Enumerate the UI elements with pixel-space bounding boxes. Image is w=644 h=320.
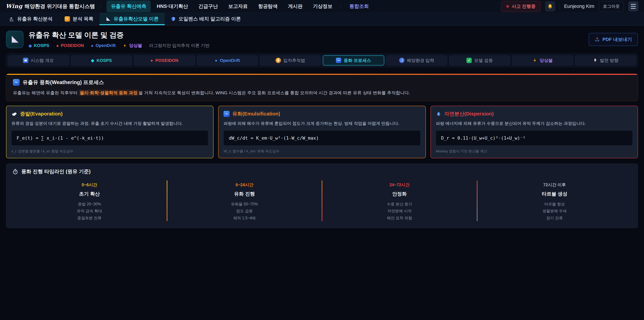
lightning-icon (533, 58, 537, 63)
menu-item-board[interactable]: 게시판 (284, 1, 307, 12)
incident-status-label: 사고 진행중 (512, 3, 536, 10)
pdf-export-label: PDF 내보내기 (602, 36, 632, 43)
model-badges: ◆ KOSPS ● POSEIDON ● OpenDrift 앙상블 라그랑지안… (28, 43, 210, 49)
tab-analysis-list[interactable]: ≡ 분석 목록 (58, 13, 100, 25)
menu-item-integrated-search[interactable]: 통합조회 (345, 1, 373, 12)
timeline-phase-emulsification: 6~24시간 유화 진행 유화율 50~70% 점도 급증 체적 1.5~4배 (167, 179, 322, 222)
divider (100, 3, 101, 10)
badge-kosps: ◆ KOSPS (28, 43, 49, 48)
timeline-phase-initial-spread: 0~6시간 초기 확산 증발 20~30% 유막 급속 확대 중질유분 잔류 (12, 179, 167, 222)
phase-name: 유화 진행 (169, 191, 320, 197)
hamburger-menu-button[interactable] (628, 1, 638, 12)
menu-item-weather-info[interactable]: 기상정보 (308, 1, 337, 12)
diamond-icon: ◆ (28, 44, 32, 48)
brand-wordmark: Wing (6, 3, 22, 10)
formula-note: Mackay 경험식 기반 분산율 계산 (436, 149, 632, 154)
section-pill-future-direction[interactable]: 발전 방향 (575, 55, 636, 66)
card-description: 유류의 경질 성분이 대기로 증발하는 과정. 유출 초기 수시간 내에 가장 … (12, 121, 208, 126)
section-pill-model-validation[interactable]: ✓ 모델 검증 (449, 55, 510, 66)
divider (341, 3, 341, 10)
microscope-icon (9, 16, 14, 22)
formula-dispersion: D_r = 0.11·(U_w+U_c)²·(1+U_w)⁻¹ (436, 131, 632, 145)
diamond-icon: ◆ (91, 58, 94, 63)
card-title: 자연분산(Dispersion) (436, 110, 632, 117)
timeline-columns: 0~6시간 초기 확산 증발 20~30% 유막 급속 확대 중질유분 잔류 6… (12, 179, 632, 222)
tab-label: 분석 목록 (72, 16, 94, 22)
tab-label: 오일펜스 배치 알고리즘 이론 (178, 16, 241, 22)
phase-items: 타르볼 형성 생물분해 우세 장기 잔류 (479, 201, 630, 221)
incident-status-badge[interactable]: 사고 진행중 (501, 1, 541, 12)
monitor-icon (23, 58, 28, 63)
wave-icon: ~ (336, 58, 341, 63)
phase-items: 증발 20~30% 유막 급속 확대 중질유분 잔류 (14, 201, 165, 221)
puff-icon (12, 111, 18, 117)
formula-note: x_i: 성분별 몰분율 / k_ei: 증발 속도상수 (12, 149, 208, 154)
section-pill-ensemble[interactable]: 앙상블 (512, 55, 573, 66)
tab-label: 유출유 확산분석 (17, 16, 52, 22)
section-pill-system-overview[interactable]: 시스템 개요 (8, 55, 69, 66)
weathering-section-title: ~ 유출유 풍화(Weathering) 프로세스 (13, 79, 631, 86)
tab-diffusion-model-theory[interactable]: 유출유확산모델 이론 (100, 13, 165, 25)
notifications-button[interactable] (545, 1, 555, 12)
blue-circle-icon: ● (215, 58, 218, 63)
section-nav: 시스템 개요 ◆ KOSPS ● POSEIDON ● OpenDrift 입자… (6, 54, 638, 67)
droplet-icon (436, 111, 442, 117)
red-circle-icon: ● (56, 44, 59, 48)
wave-icon: ~ (224, 111, 230, 117)
pdf-export-button[interactable]: PDF 내보내기 (589, 33, 638, 46)
badge-opendrift: ● OpenDrift (91, 43, 116, 48)
bell-icon (547, 4, 553, 9)
check-icon: ✓ (466, 58, 472, 63)
app-logo: Wing 해양환경 위기대응 통합시스템 (6, 3, 95, 10)
formula-emulsification: dW_c/dt = K_em·U_w²·(1-W_c/W_max) (224, 131, 420, 145)
menu-item-hns-diffusion[interactable]: HNS·대기확산 (152, 1, 192, 12)
red-circle-icon: ● (150, 58, 153, 63)
highlighted-phrase: 물리·화학·생물학적 풍화 과정 (79, 90, 138, 96)
clipboard-icon: ≡ (64, 16, 70, 22)
weathering-description: 유출유는 해면에 유출된 직후부터 물리·화학·생물학적 풍화 과정을 거쳐 지… (13, 90, 631, 96)
rocket-icon (593, 58, 598, 63)
timeline-title: 풍화 진행 타임라인 (원유 기준) (12, 168, 632, 175)
phase-time: 24~72시간 (324, 182, 475, 188)
divider (560, 3, 560, 10)
phase-name: 타르볼 생성 (479, 191, 630, 197)
card-title: ~ 유화(Emulsification) (224, 110, 420, 117)
phase-items: 유화율 50~70% 점도 급증 체적 1.5~4배 (169, 201, 320, 221)
page-title: 유출유 확산 모델 이론 및 검증 (28, 30, 210, 40)
navbar-right: 사고 진행중 Eunjeong Kim 로그아웃 (501, 1, 638, 12)
phase-items: 수중 분산 증가 자연분해 시작 해안 표착 위험 (324, 201, 475, 221)
phase-time: 72시간 이후 (479, 182, 630, 188)
card-emulsification: ~ 유화(Emulsification) 파랑에 의해 해수가 유류에 혼입되어… (218, 106, 426, 158)
section-pill-poseidon[interactable]: ● POSEIDON (134, 55, 195, 66)
card-description: 파랑 에너지에 의해 유류가 수중으로 분산되어 유막 두께가 감소하는 과정입… (436, 121, 632, 126)
section-pill-particle-tracking[interactable]: 입자추적법 (260, 55, 321, 66)
blue-circle-icon: ● (91, 44, 94, 48)
page-subtitle-note: 라그랑지안 입자추적 이론 기반 (149, 43, 210, 49)
logout-button[interactable]: 로그아웃 (599, 1, 624, 12)
section-pill-kosps[interactable]: ◆ KOSPS (71, 55, 132, 66)
section-pill-opendrift[interactable]: ● OpenDrift (197, 55, 258, 66)
menu-item-aerial-search[interactable]: 항공탐색 (254, 1, 282, 12)
top-navbar: Wing 해양환경 위기대응 통합시스템 유출유 확산예측 HNS·대기확산 긴… (0, 0, 644, 13)
tab-label: 유출유확산모델 이론 (114, 16, 159, 22)
user-name: Eunjeong Kim (564, 4, 594, 9)
card-title: 증발(Evaporation) (12, 110, 208, 117)
menu-item-oil-spill-prediction[interactable]: 유출유 확산예측 (106, 1, 150, 12)
phase-name: 초기 확산 (14, 191, 165, 197)
phase-name: 안정화 (324, 191, 475, 197)
status-dot-icon (506, 5, 509, 8)
phase-time: 0~6시간 (14, 182, 165, 188)
triangle-ruler-icon (6, 31, 24, 48)
section-pill-weathering-process[interactable]: ~ 풍화 프로세스 (323, 55, 384, 66)
tab-oil-fence-algorithm-theory[interactable]: 오일펜스 배치 알고리즘 이론 (165, 13, 247, 25)
menu-item-emergency-rescue[interactable]: 긴급구난 (194, 1, 222, 12)
stopwatch-icon (12, 169, 18, 175)
weathering-timeline: 풍화 진행 타임라인 (원유 기준) 0~6시간 초기 확산 증발 20~30%… (6, 164, 638, 228)
tab-spill-diffusion-analysis[interactable]: 유출유 확산분석 (3, 13, 58, 25)
timeline-phase-stabilization: 24~72시간 안정화 수중 분산 증가 자연분해 시작 해안 표착 위험 (322, 179, 477, 222)
app-title: 해양환경 위기대응 통합시스템 (24, 3, 95, 10)
section-pill-marine-env-input[interactable]: 해양환경 입력 (386, 55, 447, 66)
menu-item-reports[interactable]: 보고자료 (224, 1, 252, 12)
sub-tabbar: 유출유 확산분석 ≡ 분석 목록 유출유확산모델 이론 오일펜스 배치 알고리즘… (0, 13, 644, 26)
phase-time: 6~24시간 (169, 182, 320, 188)
